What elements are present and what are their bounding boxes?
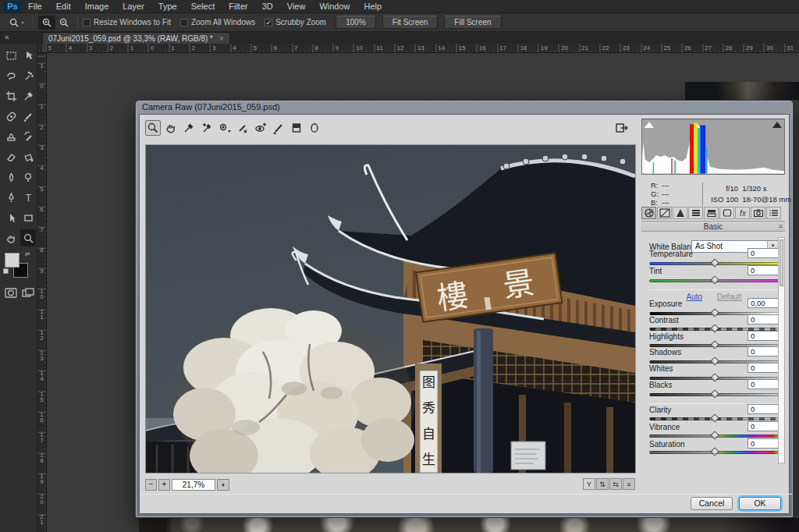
fill-screen-button[interactable]: Fill Screen [444, 16, 501, 29]
saturation-slider[interactable] [649, 451, 779, 454]
highlight-clipping-icon[interactable] [772, 122, 782, 128]
acr-graduated-filter-tool-button[interactable] [289, 120, 304, 136]
tint-value[interactable]: 0 [748, 265, 779, 275]
slider-thumb[interactable] [710, 431, 719, 439]
vibrance-value[interactable]: 0 [748, 421, 779, 431]
lasso-tool-button[interactable] [3, 67, 19, 84]
tint-slider[interactable] [649, 279, 779, 282]
blacks-value[interactable]: 0 [748, 379, 779, 389]
menu-select[interactable]: Select [191, 2, 215, 11]
menu-view[interactable]: View [287, 2, 306, 11]
slider-thumb[interactable] [710, 447, 719, 456]
eraser-tool-button[interactable] [3, 148, 19, 165]
tab-split-toning[interactable] [704, 207, 719, 219]
tab-effects[interactable]: fx [735, 207, 750, 219]
vibrance-slider[interactable] [649, 434, 779, 438]
toggle-fullscreen-button[interactable] [615, 122, 629, 134]
clone-stamp-tool-button[interactable] [3, 128, 19, 145]
dialog-title[interactable]: Camera Raw (07Juni2015_059.psd) [139, 101, 790, 114]
acr-zoom-tool-button[interactable] [145, 120, 161, 136]
cancel-button[interactable]: Cancel [691, 497, 733, 510]
close-tab-icon[interactable]: × [219, 34, 224, 43]
auto-link[interactable]: Auto [686, 293, 702, 301]
panel-scrollbar[interactable] [778, 237, 785, 463]
tab-detail[interactable] [673, 207, 687, 219]
slider-thumb[interactable] [710, 275, 719, 284]
healing-brush-tool-button[interactable] [3, 108, 19, 125]
path-selection-tool-button[interactable] [3, 209, 19, 226]
eyedropper-tool-button[interactable] [20, 87, 36, 105]
tab-tone-curve[interactable] [657, 207, 672, 219]
zoom-all-checkbox[interactable] [180, 19, 188, 27]
clarity-slider[interactable] [649, 417, 779, 420]
scrubby-zoom-checkbox[interactable]: ✓ [265, 19, 272, 27]
slider-thumb[interactable] [710, 258, 719, 267]
clarity-value[interactable]: 0 [748, 404, 779, 414]
acr-spot-removal-tool-button[interactable] [235, 120, 250, 136]
zoom-level-dropdown[interactable]: ▼ [217, 479, 229, 491]
histogram[interactable] [641, 119, 785, 175]
paint-bucket-tool-button[interactable] [20, 148, 36, 165]
scrollbar-thumb[interactable] [779, 239, 783, 286]
slider-thumb[interactable] [710, 356, 719, 365]
slider-thumb[interactable] [710, 340, 719, 349]
document-tab[interactable]: 07Juni2015_059.psd @ 33,3% (RAW, RGB/8) … [42, 32, 230, 44]
preview-image[interactable]: 樓 景 [145, 144, 636, 473]
tab-camera-calibration[interactable] [751, 207, 765, 219]
menu-3d[interactable]: 3D [262, 2, 273, 11]
view-menu-button[interactable]: ≡ [623, 478, 635, 490]
menu-window[interactable]: Window [319, 2, 350, 11]
menu-type[interactable]: Type [158, 2, 177, 11]
resize-windows-checkbox[interactable] [83, 19, 91, 27]
before-after-view-button[interactable]: Y [583, 478, 595, 490]
zoom-out-button[interactable]: − [145, 479, 157, 491]
panel-menu-icon[interactable]: ≡ [779, 222, 783, 232]
crop-tool-button[interactable] [3, 87, 19, 105]
acr-red-eye-tool-button[interactable] [253, 120, 268, 136]
dodge-tool-button[interactable] [20, 168, 36, 186]
zoom-out-button[interactable] [55, 16, 73, 30]
acr-white-balance-tool-button[interactable] [181, 120, 197, 136]
swap-colors-icon[interactable]: ⇄ [25, 250, 30, 257]
default-colors-icon[interactable] [3, 268, 9, 274]
menu-edit[interactable]: Edit [56, 2, 71, 11]
blur-tool-button[interactable] [3, 168, 19, 186]
temperature-value[interactable]: 0 [748, 248, 779, 258]
menu-layer[interactable]: Layer [123, 2, 144, 11]
collapse-panel-icon[interactable]: « [5, 33, 9, 41]
screen-mode-button[interactable] [20, 284, 36, 301]
whites-value[interactable]: 0 [748, 363, 779, 373]
acr-adjustment-brush-tool-button[interactable] [271, 120, 286, 136]
acr-targeted-adjustment-tool-button[interactable] [217, 120, 233, 136]
default-link[interactable]: Default [717, 293, 742, 301]
scrubby-zoom-checkbox-row[interactable]: ✓ Scrubby Zoom [265, 18, 326, 27]
foreground-color-swatch[interactable] [5, 253, 20, 268]
pen-tool-button[interactable] [3, 189, 19, 206]
magic-wand-tool-button[interactable] [20, 67, 36, 84]
highlights-value[interactable]: 0 [748, 331, 779, 341]
slider-thumb[interactable] [710, 389, 719, 398]
acr-hand-tool-button[interactable] [163, 120, 179, 136]
slider-thumb[interactable] [710, 413, 719, 422]
menu-filter[interactable]: Filter [229, 2, 247, 11]
saturation-value[interactable]: 0 [748, 438, 779, 449]
slider-thumb[interactable] [710, 308, 719, 317]
blacks-slider[interactable] [649, 393, 779, 396]
menu-help[interactable]: Help [364, 2, 382, 11]
move-tool-button[interactable] [20, 47, 36, 64]
zoom-all-checkbox-row[interactable]: Zoom All Windows [180, 18, 255, 27]
acr-radial-filter-tool-button[interactable] [307, 120, 322, 136]
rectangular-marquee-tool-button[interactable] [3, 47, 19, 64]
resize-windows-checkbox-row[interactable]: Resize Windows to Fit [83, 18, 171, 27]
menu-image[interactable]: Image [85, 2, 109, 11]
copy-settings-button[interactable]: ⇆ [609, 478, 622, 490]
hand-tool-button[interactable] [3, 229, 19, 246]
tab-hsl-grayscale[interactable] [688, 207, 703, 219]
contrast-value[interactable]: 0 [748, 314, 779, 325]
tab-lens-corrections[interactable] [719, 207, 734, 219]
fit-screen-button[interactable]: Fit Screen [382, 16, 439, 29]
menu-file[interactable]: File [28, 2, 42, 11]
brush-tool-button[interactable] [20, 108, 36, 125]
zoom-level-field[interactable]: 21,7% [172, 479, 215, 491]
type-tool-button[interactable]: T [20, 189, 36, 206]
